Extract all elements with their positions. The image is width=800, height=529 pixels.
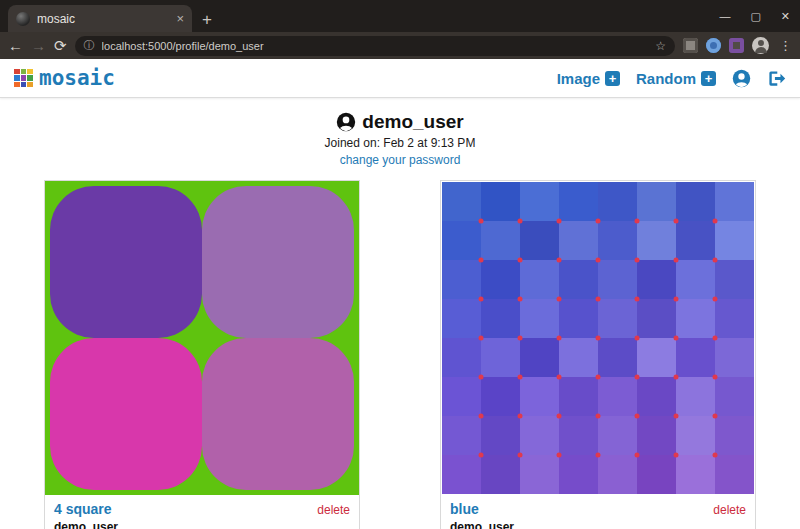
nav-image-link[interactable]: Image + <box>557 70 620 87</box>
card-image-wrap[interactable] <box>441 181 755 495</box>
nav-random-link[interactable]: Random + <box>636 70 716 87</box>
tab-close-icon[interactable]: × <box>176 12 184 25</box>
mosaic-logo-icon <box>14 69 33 88</box>
bookmark-star-icon[interactable]: ☆ <box>655 39 666 53</box>
user-circle-icon[interactable] <box>732 69 751 88</box>
extension-icon[interactable] <box>729 38 744 53</box>
address-bar[interactable]: ⓘ localhost:5000/profile/demo_user ☆ <box>75 36 675 56</box>
card-author: demo_user <box>54 520 350 529</box>
browser-menu-icon[interactable]: ⋮ <box>779 38 792 53</box>
site-header: mosaic Image + Random + <box>0 59 800 98</box>
image-cards: 4 square delete demo_user Feb 10 at 6:05… <box>0 180 800 529</box>
new-tab-button[interactable]: + <box>202 11 212 28</box>
user-icon <box>336 112 356 132</box>
profile-title: demo_user <box>0 111 800 133</box>
change-password-link[interactable]: change your password <box>340 153 461 167</box>
back-button[interactable]: ← <box>8 38 23 53</box>
tab-strip: mosaic × + — ▢ ✕ <box>0 0 800 32</box>
profile-header: demo_user Joined on: Feb 2 at 9:13 PM ch… <box>0 111 800 168</box>
plus-square-icon: + <box>701 71 716 86</box>
delete-link[interactable]: delete <box>317 503 350 517</box>
sign-out-icon[interactable] <box>767 69 786 88</box>
card-image-4-square[interactable] <box>45 181 359 495</box>
url-text[interactable]: localhost:5000/profile/demo_user <box>102 40 649 52</box>
mosaic-logo[interactable]: mosaic <box>14 66 115 90</box>
page-content: demo_user Joined on: Feb 2 at 9:13 PM ch… <box>0 98 800 529</box>
forward-button[interactable]: → <box>31 38 46 53</box>
close-button[interactable]: ✕ <box>781 10 790 23</box>
profile-username: demo_user <box>362 111 463 133</box>
card-title-link[interactable]: 4 square <box>54 501 112 517</box>
browser-tab[interactable]: mosaic × <box>8 5 192 32</box>
card-image-blue <box>442 182 754 494</box>
extension-icon[interactable] <box>706 38 721 53</box>
browser-window: mosaic × + — ▢ ✕ ← → ⟳ ⓘ localhost:5000/… <box>0 0 800 529</box>
profile-avatar[interactable] <box>752 37 769 54</box>
card-author: demo_user <box>450 520 746 529</box>
card-title-link[interactable]: blue <box>450 501 479 517</box>
site-nav: Image + Random + <box>557 69 786 88</box>
mosaic-logo-text[interactable]: mosaic <box>39 66 115 90</box>
window-controls: — ▢ ✕ <box>719 0 790 32</box>
tab-title: mosaic <box>37 12 169 26</box>
plus-square-icon: + <box>605 71 620 86</box>
site-info-icon[interactable]: ⓘ <box>84 38 95 53</box>
delete-link[interactable]: delete <box>713 503 746 517</box>
card-footer: 4 square delete demo_user Feb 10 at 6:05… <box>45 495 359 529</box>
reload-button[interactable]: ⟳ <box>54 38 67 53</box>
tab-favicon-icon <box>16 12 30 26</box>
nav-random-label: Random <box>636 70 696 87</box>
joined-date: Joined on: Feb 2 at 9:13 PM <box>0 136 800 150</box>
minimize-button[interactable]: — <box>719 10 730 22</box>
image-card: 4 square delete demo_user Feb 10 at 6:05… <box>44 180 360 529</box>
nav-image-label: Image <box>557 70 600 87</box>
browser-toolbar: ← → ⟳ ⓘ localhost:5000/profile/demo_user… <box>0 32 800 59</box>
maximize-button[interactable]: ▢ <box>750 10 760 23</box>
card-footer: blue delete demo_user Feb 10 at 6:03 PM <box>441 495 755 529</box>
image-card: blue delete demo_user Feb 10 at 6:03 PM <box>440 180 756 529</box>
extension-icon[interactable] <box>683 38 698 53</box>
